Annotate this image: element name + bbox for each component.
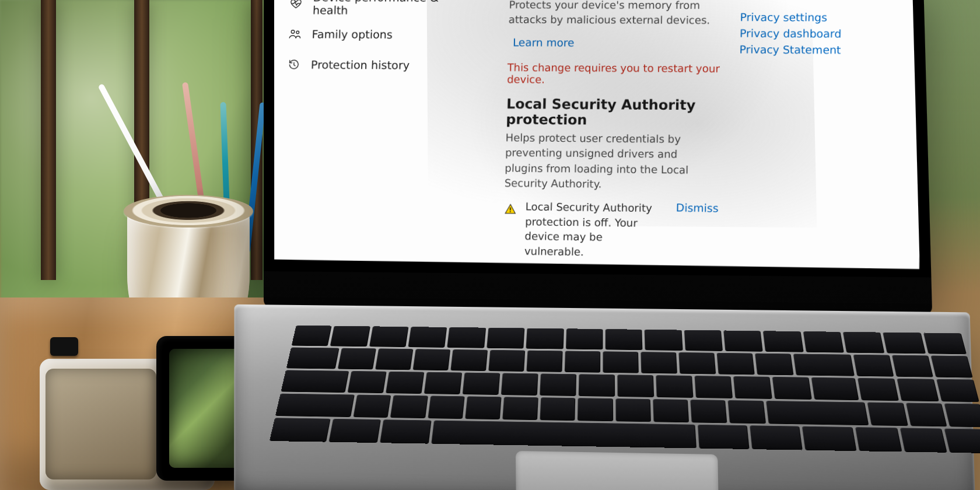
lsa-warning-row: Local Security Authority protection is o…	[502, 200, 718, 261]
sidebar-item-device-health[interactable]: Device performance & health	[274, 0, 489, 19]
svg-rect-3	[510, 208, 511, 211]
warning-triangle-icon	[503, 203, 517, 215]
main-content: Learn more Memory access protection Prot…	[482, 0, 734, 266]
privacy-settings-link[interactable]: Privacy settings	[740, 11, 911, 24]
privacy-statement-link[interactable]: Privacy Statement	[739, 43, 910, 57]
privacy-panel-description: View and change privacy settings for you…	[740, 0, 900, 3]
lsa-description: Helps protect user credentials by preven…	[504, 130, 720, 193]
lsa-warning-text: Local Security Authority protection is o…	[524, 200, 664, 260]
laptop-keyboard	[276, 326, 980, 421]
heart-icon	[289, 0, 303, 10]
laptop-screen: Device security Device performance & hea…	[274, 0, 920, 276]
sidebar-item-label: Family options	[312, 27, 393, 41]
memory-access-description: Protects your device's memory from attac…	[509, 0, 722, 29]
sidebar-item-family-options[interactable]: Family options	[274, 19, 488, 50]
privacy-dashboard-link[interactable]: Privacy dashboard	[740, 27, 911, 40]
sidebar-item-label: Protection history	[311, 58, 410, 72]
security-sidebar: Device security Device performance & hea…	[274, 0, 490, 262]
restart-required-notice: This change requires you to restart your…	[507, 61, 721, 86]
privacy-panel: View and change privacy settings for you…	[729, 0, 920, 269]
laptop: Device security Device performance & hea…	[264, 0, 980, 490]
sidebar-item-protection-history[interactable]: Protection history	[274, 49, 488, 81]
dismiss-link[interactable]: Dismiss	[676, 201, 719, 215]
laptop-touchpad	[516, 451, 719, 490]
lsa-heading: Local Security Authority protection	[506, 96, 720, 128]
windows-security-app: Device security Device performance & hea…	[274, 0, 920, 269]
svg-point-1	[291, 30, 295, 34]
people-icon	[288, 27, 302, 40]
svg-point-2	[296, 31, 299, 34]
learn-more-link-memory[interactable]: Learn more	[513, 36, 575, 49]
svg-rect-4	[510, 211, 511, 212]
history-icon	[287, 58, 300, 71]
sidebar-item-label: Device performance & health	[313, 0, 473, 17]
